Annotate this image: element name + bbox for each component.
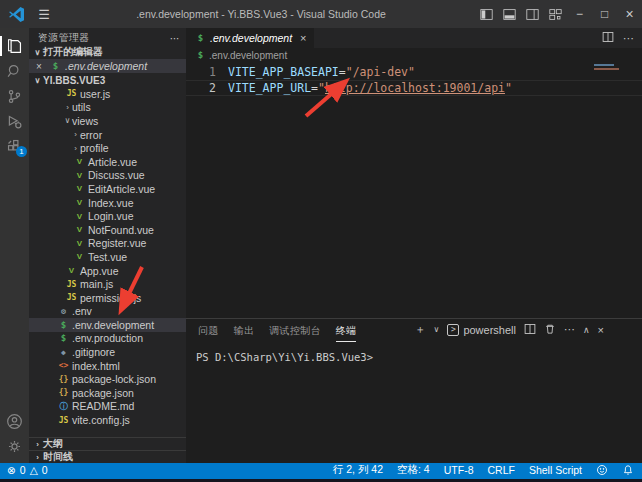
git-file-icon: ◆ (58, 348, 69, 357)
code-line-1[interactable]: 1VITE_APP_BASEAPI="/api-dev" (186, 65, 642, 80)
split-editor-icon[interactable] (602, 31, 614, 45)
minimap[interactable] (594, 64, 620, 70)
code-token: "/api-dev" (346, 65, 415, 79)
json-file-icon: {} (58, 375, 69, 384)
outline-label: 大纲 (43, 437, 63, 451)
tab-env-development[interactable]: $ .env.development × (186, 28, 314, 48)
close-window-button[interactable]: × (617, 0, 642, 28)
feedback-smiley-icon[interactable] (596, 464, 608, 476)
open-editor-item[interactable]: × $ .env.development (29, 59, 186, 73)
tree-item-label: utils (72, 101, 91, 113)
tree-item-readme-md[interactable]: ⓘREADME.md (29, 400, 186, 414)
editor-more-actions-icon[interactable]: ⋯ (623, 32, 634, 45)
panel-tab-输出[interactable]: 输出 (234, 319, 255, 342)
tree-item-vite-config-js[interactable]: JSvite.config.js (29, 413, 186, 427)
terminal-prompt: PS D:\CSharp\Yi\Yi.BBS.Vue3> (196, 351, 373, 363)
tree-item--env-development[interactable]: $.env.development (29, 318, 186, 332)
panel-tab-问题[interactable]: 问题 (198, 319, 219, 342)
tree-item-permission-js[interactable]: JSpermission.js (29, 291, 186, 305)
vue-file-icon: V (66, 266, 77, 275)
project-root-header[interactable]: ∨ YI.BBS.VUE3 (29, 73, 186, 87)
panel-tab-终端[interactable]: 终端 (336, 319, 357, 342)
panel-more-actions-icon[interactable]: ⋯ (564, 323, 575, 336)
tree-item--env-production[interactable]: $.env.production (29, 332, 186, 346)
tree-item-article-vue[interactable]: VArticle.vue (29, 155, 186, 169)
extensions-icon[interactable]: 1 (0, 134, 29, 158)
language-mode-status[interactable]: Shell Script (529, 464, 582, 476)
tree-item-app-vue[interactable]: VApp.vue (29, 264, 186, 278)
terminal-dropdown-icon[interactable]: ∨ (434, 325, 440, 334)
open-editors-label: 打开的编辑器 (43, 45, 103, 59)
code-token: = (311, 81, 318, 95)
chevron-right-icon: › (32, 453, 43, 462)
gear-file-icon: ⚙ (58, 307, 69, 316)
timeline-section[interactable]: › 时间线 (29, 450, 186, 463)
customize-layout-icon[interactable] (544, 0, 567, 28)
code-token: = (339, 65, 346, 79)
kill-terminal-icon[interactable] (544, 323, 556, 337)
tree-item-label: Index.vue (88, 197, 134, 209)
source-control-icon[interactable] (0, 84, 29, 108)
terminal-instance[interactable]: > powershell (447, 324, 516, 336)
cursor-position-status[interactable]: 行 2, 列 42 (333, 463, 383, 477)
new-terminal-icon[interactable]: ＋ (415, 322, 426, 337)
split-terminal-icon[interactable] (524, 323, 536, 337)
tree-item-label: .env.production (72, 332, 143, 344)
tree-item-register-vue[interactable]: VRegister.vue (29, 237, 186, 251)
eol-status[interactable]: CRLF (487, 464, 514, 476)
vue-file-icon: V (74, 252, 85, 261)
maximize-panel-icon[interactable]: ∧ (583, 325, 590, 335)
tree-item-user-js[interactable]: JSuser.js (29, 87, 186, 101)
vue-file-icon: V (74, 184, 85, 193)
problems-status[interactable]: ⊗ 0 △ 0 (7, 464, 48, 476)
tree-item-views[interactable]: ∨views (29, 114, 186, 128)
tree-item-label: vite.config.js (72, 414, 130, 426)
tree-item-profile[interactable]: ›profile (29, 141, 186, 155)
terminal-output[interactable]: PS D:\CSharp\Yi\Yi.BBS.Vue3> (186, 342, 642, 363)
tree-item-test-vue[interactable]: VTest.vue (29, 250, 186, 264)
code-line-2[interactable]: 2VITE_APP_URL="http://localhost:19001/ap… (186, 80, 642, 96)
tree-item--gitignore[interactable]: ◆.gitignore (29, 345, 186, 359)
toggle-secondary-sidebar-icon[interactable] (521, 0, 544, 28)
indentation-status[interactable]: 空格: 4 (397, 463, 430, 477)
tree-item-label: package-lock.json (72, 373, 156, 385)
tree-item-package-lock-json[interactable]: {}package-lock.json (29, 372, 186, 386)
open-editors-header[interactable]: ∨ 打开的编辑器 (29, 45, 186, 59)
tree-item-error[interactable]: ›error (29, 128, 186, 142)
tree-item-main-js[interactable]: JSmain.js (29, 277, 186, 291)
toggle-panel-icon[interactable] (498, 0, 521, 28)
panel-tab-调试控制台[interactable]: 调试控制台 (269, 319, 321, 342)
close-editor-icon[interactable]: × (36, 61, 48, 72)
close-panel-icon[interactable]: × (598, 324, 604, 336)
close-tab-icon[interactable]: × (300, 32, 306, 44)
breadcrumb[interactable]: $ .env.development (186, 48, 642, 62)
outline-section[interactable]: › 大纲 (29, 437, 186, 450)
menu-icon[interactable]: ☰ (34, 7, 54, 22)
account-icon[interactable] (0, 409, 29, 433)
settings-gear-icon[interactable] (0, 434, 29, 458)
notifications-bell-icon[interactable] (622, 464, 634, 476)
tree-item-label: Register.vue (88, 237, 146, 249)
activity-bar: 1 (0, 28, 29, 463)
tree-item-index-vue[interactable]: VIndex.vue (29, 196, 186, 210)
sidebar-more-actions-icon[interactable]: ⋯ (170, 33, 180, 44)
maximize-button[interactable]: □ (592, 0, 617, 28)
tree-item-index-html[interactable]: <>index.html (29, 359, 186, 373)
tree-item--env[interactable]: ⚙.env (29, 305, 186, 319)
search-icon[interactable] (0, 59, 29, 83)
tree-item-notfound-vue[interactable]: VNotFound.vue (29, 223, 186, 237)
encoding-status[interactable]: UTF-8 (444, 464, 474, 476)
toggle-sidebar-icon[interactable] (475, 0, 498, 28)
tree-item-package-json[interactable]: {}package.json (29, 386, 186, 400)
run-debug-icon[interactable] (0, 109, 29, 133)
code-editor[interactable]: 1VITE_APP_BASEAPI="/api-dev"2VITE_APP_UR… (186, 62, 642, 318)
url-link[interactable]: http://localhost:19001/api (325, 81, 505, 95)
tree-item-utils[interactable]: ›utils (29, 101, 186, 115)
tree-item-login-vue[interactable]: VLogin.vue (29, 209, 186, 223)
tree-item-label: Test.vue (88, 251, 127, 263)
tree-item-discuss-vue[interactable]: VDiscuss.vue (29, 169, 186, 183)
sidebar-title: 资源管理器 (38, 31, 90, 45)
tree-item-editarticle-vue[interactable]: VEditArticle.vue (29, 182, 186, 196)
minimize-button[interactable]: − (567, 0, 592, 28)
explorer-icon[interactable] (0, 34, 29, 58)
